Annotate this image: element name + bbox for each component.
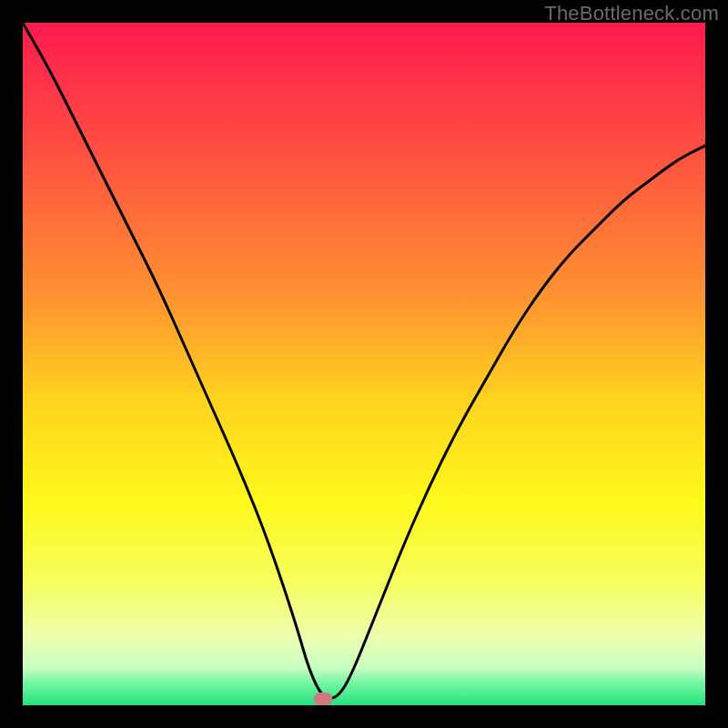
gradient-background xyxy=(23,23,705,705)
plot-area xyxy=(23,23,705,705)
bottleneck-chart-svg xyxy=(23,23,705,705)
chart-frame: TheBottleneck.com xyxy=(0,0,728,728)
watermark-text: TheBottleneck.com xyxy=(544,2,719,25)
optimal-point-marker xyxy=(314,693,333,705)
